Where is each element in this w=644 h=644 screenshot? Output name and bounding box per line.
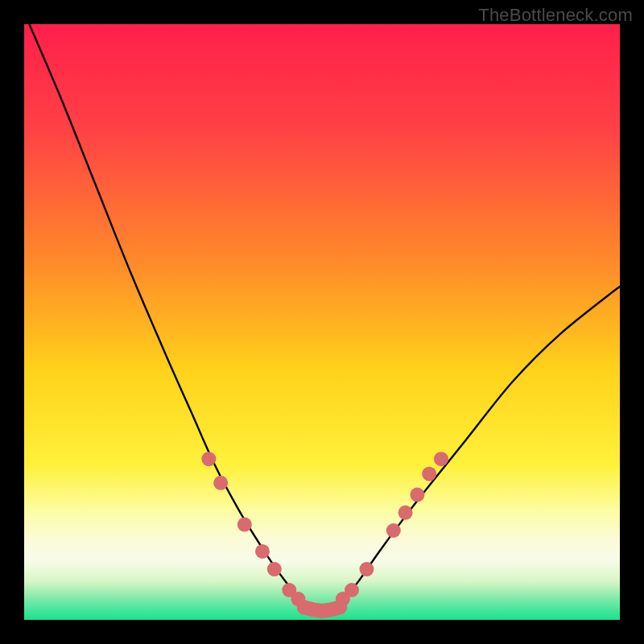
data-point bbox=[201, 452, 216, 466]
data-point bbox=[237, 518, 252, 532]
chart-svg bbox=[24, 24, 620, 620]
chart-plot-area bbox=[24, 24, 620, 620]
data-point bbox=[386, 523, 401, 538]
gradient-background bbox=[24, 24, 620, 620]
data-point bbox=[255, 544, 270, 559]
data-point bbox=[360, 562, 374, 576]
chart-frame: TheBottleneck.com bbox=[0, 0, 644, 644]
data-point bbox=[267, 562, 282, 576]
data-point bbox=[434, 452, 448, 466]
data-point bbox=[410, 488, 424, 502]
bottom-marker-cluster bbox=[304, 607, 340, 610]
data-point bbox=[345, 583, 359, 597]
data-point bbox=[398, 506, 413, 520]
data-point bbox=[213, 476, 228, 490]
watermark-text: TheBottleneck.com bbox=[478, 5, 633, 26]
data-point bbox=[422, 467, 436, 481]
